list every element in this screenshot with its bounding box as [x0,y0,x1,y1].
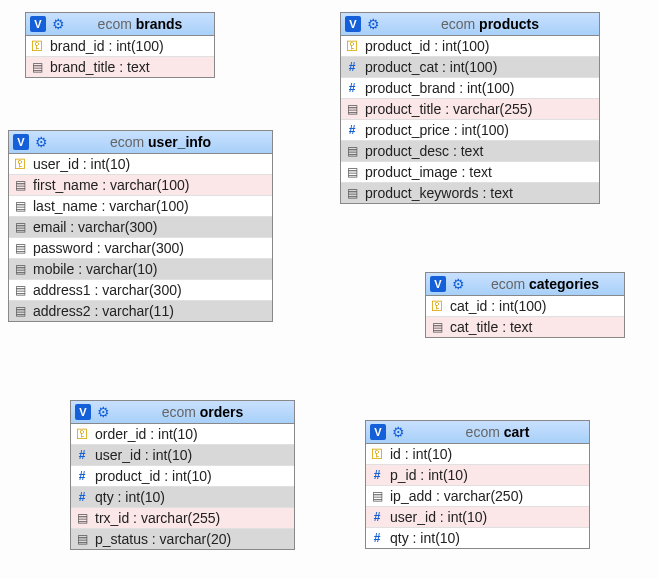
table-header[interactable]: V⚙ecom brands [26,13,214,36]
primary-key-icon: ⚿ [370,447,384,461]
table-column[interactable]: ▤product_desc : text [341,141,599,162]
view-icon[interactable]: V [13,134,29,150]
table-categories[interactable]: V⚙ecom categories⚿cat_id : int(100)▤cat_… [425,272,625,338]
table-column[interactable]: ▤email : varchar(300) [9,217,272,238]
table-header[interactable]: V⚙ecom cart [366,421,589,444]
table-name: products [479,16,539,32]
column-label: qty : int(10) [390,530,585,546]
table-column[interactable]: ▤trx_id : varchar(255) [71,508,294,529]
table-title: ecom user_info [53,134,268,150]
text-field-icon: ▤ [345,102,359,116]
view-icon[interactable]: V [370,424,386,440]
table-column[interactable]: ▤product_keywords : text [341,183,599,203]
table-column[interactable]: ⚿product_id : int(100) [341,36,599,57]
text-field-icon: ▤ [13,178,27,192]
text-field-icon: ▤ [13,262,27,276]
table-column[interactable]: ▤mobile : varchar(10) [9,259,272,280]
table-title: ecom orders [115,404,290,420]
table-column[interactable]: ⚿user_id : int(10) [9,154,272,175]
table-header[interactable]: V⚙ecom products [341,13,599,36]
table-cart[interactable]: V⚙ecom cart⚿id : int(10)#p_id : int(10)▤… [365,420,590,549]
numeric-field-icon: # [345,81,359,95]
column-label: order_id : int(10) [95,426,290,442]
column-label: product_title : varchar(255) [365,101,595,117]
table-brands[interactable]: V⚙ecom brands⚿brand_id : int(100)▤brand_… [25,12,215,78]
numeric-field-icon: # [370,510,384,524]
numeric-field-icon: # [345,60,359,74]
gear-icon[interactable]: ⚙ [33,134,49,150]
text-field-icon: ▤ [345,144,359,158]
table-column[interactable]: ⚿cat_id : int(100) [426,296,624,317]
view-icon[interactable]: V [30,16,46,32]
primary-key-icon: ⚿ [345,39,359,53]
text-field-icon: ▤ [13,220,27,234]
view-icon[interactable]: V [75,404,91,420]
table-column[interactable]: #p_id : int(10) [366,465,589,486]
table-header[interactable]: V⚙ecom user_info [9,131,272,154]
text-field-icon: ▤ [13,199,27,213]
column-label: user_id : int(10) [95,447,290,463]
table-column[interactable]: ▤address1 : varchar(300) [9,280,272,301]
column-label: email : varchar(300) [33,219,268,235]
table-name: categories [529,276,599,292]
column-label: product_price : int(100) [365,122,595,138]
table-column[interactable]: ▤product_image : text [341,162,599,183]
table-column[interactable]: ▤first_name : varchar(100) [9,175,272,196]
table-column[interactable]: ▤cat_title : text [426,317,624,337]
table-column[interactable]: #qty : int(10) [366,528,589,548]
table-column[interactable]: ⚿order_id : int(10) [71,424,294,445]
text-field-icon: ▤ [13,283,27,297]
gear-icon[interactable]: ⚙ [450,276,466,292]
column-label: last_name : varchar(100) [33,198,268,214]
table-name: cart [504,424,530,440]
table-column[interactable]: ▤p_status : varchar(20) [71,529,294,549]
text-field-icon: ▤ [430,320,444,334]
column-label: user_id : int(10) [33,156,268,172]
numeric-field-icon: # [75,448,89,462]
text-field-icon: ▤ [75,511,89,525]
table-column[interactable]: ▤brand_title : text [26,57,214,77]
table-column[interactable]: ⚿brand_id : int(100) [26,36,214,57]
column-label: product_id : int(100) [365,38,595,54]
table-user_info[interactable]: V⚙ecom user_info⚿user_id : int(10)▤first… [8,130,273,322]
table-column[interactable]: ▤password : varchar(300) [9,238,272,259]
table-column[interactable]: #qty : int(10) [71,487,294,508]
gear-icon[interactable]: ⚙ [365,16,381,32]
view-icon[interactable]: V [345,16,361,32]
table-products[interactable]: V⚙ecom products⚿product_id : int(100)#pr… [340,12,600,204]
table-column[interactable]: #user_id : int(10) [366,507,589,528]
gear-icon[interactable]: ⚙ [95,404,111,420]
numeric-field-icon: # [75,490,89,504]
text-field-icon: ▤ [345,186,359,200]
table-column[interactable]: #product_id : int(10) [71,466,294,487]
column-label: brand_id : int(100) [50,38,210,54]
column-label: p_status : varchar(20) [95,531,290,547]
table-column[interactable]: #user_id : int(10) [71,445,294,466]
table-title: ecom products [385,16,595,32]
table-column[interactable]: #product_cat : int(100) [341,57,599,78]
column-label: product_brand : int(100) [365,80,595,96]
table-column[interactable]: ▤last_name : varchar(100) [9,196,272,217]
column-label: password : varchar(300) [33,240,268,256]
text-field-icon: ▤ [75,532,89,546]
column-label: address1 : varchar(300) [33,282,268,298]
view-icon[interactable]: V [430,276,446,292]
table-column[interactable]: ⚿id : int(10) [366,444,589,465]
text-field-icon: ▤ [370,489,384,503]
table-header[interactable]: V⚙ecom categories [426,273,624,296]
table-column[interactable]: ▤ip_add : varchar(250) [366,486,589,507]
primary-key-icon: ⚿ [75,427,89,441]
table-header[interactable]: V⚙ecom orders [71,401,294,424]
numeric-field-icon: # [345,123,359,137]
gear-icon[interactable]: ⚙ [50,16,66,32]
schema-name: ecom [162,404,196,420]
table-column[interactable]: ▤address2 : varchar(11) [9,301,272,321]
schema-name: ecom [110,134,144,150]
table-column[interactable]: #product_brand : int(100) [341,78,599,99]
table-orders[interactable]: V⚙ecom orders⚿order_id : int(10)#user_id… [70,400,295,550]
table-column[interactable]: #product_price : int(100) [341,120,599,141]
table-title: ecom cart [410,424,585,440]
gear-icon[interactable]: ⚙ [390,424,406,440]
table-column[interactable]: ▤product_title : varchar(255) [341,99,599,120]
schema-name: ecom [466,424,500,440]
